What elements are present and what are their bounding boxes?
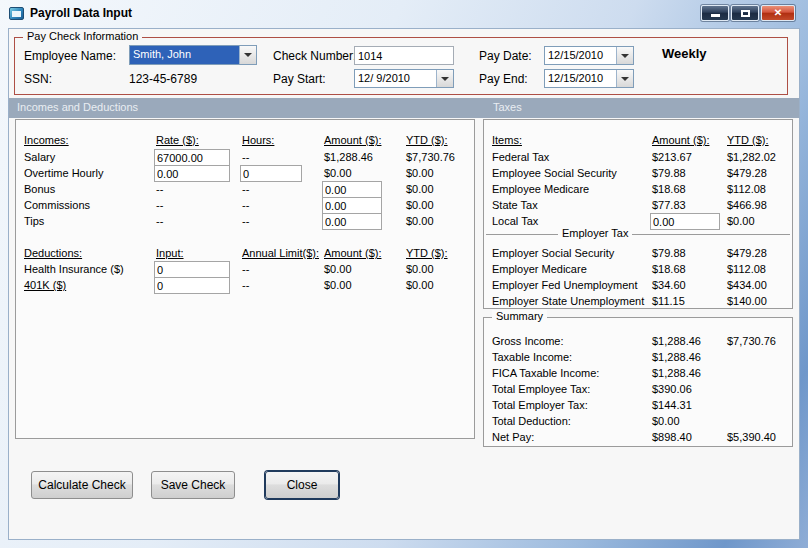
window-minimize-button[interactable] (701, 5, 729, 21)
check-number-label: Check Number: (273, 49, 356, 63)
ytd-value: $0.00 (406, 167, 434, 179)
chevron-down-icon[interactable] (616, 47, 633, 64)
summary-groupbox: Summary Gross Income: $1,288.46 $7,730.7… (483, 317, 793, 447)
tips-amount-input[interactable] (322, 213, 382, 230)
summary-row-total-deduction: Total Deduction: $0.00 (484, 415, 792, 431)
amount-value: $1,288.46 (652, 351, 701, 363)
tax-label: Employer Social Security (492, 247, 614, 259)
salary-rate-input[interactable] (154, 149, 230, 166)
tax-label: Employer Fed Unemployment (492, 279, 638, 291)
summary-row-total-employee-tax: Total Employee Tax: $390.06 (484, 383, 792, 399)
window-controls: ✕ (701, 5, 795, 21)
taxes-panel: Items: Amount ($): YTD ($): Federal Tax … (483, 119, 793, 309)
overtime-rate-input[interactable] (154, 165, 230, 182)
summary-row-fica-taxable: FICA Taxable Income: $1,288.46 (484, 367, 792, 383)
check-number-input[interactable] (354, 46, 454, 65)
income-label: Commissions (24, 199, 90, 211)
window-title: Payroll Data Input (30, 6, 132, 20)
section-title-taxes: Taxes (493, 101, 522, 113)
close-button[interactable]: Close (265, 471, 339, 499)
save-check-button[interactable]: Save Check (151, 471, 235, 499)
overtime-hours-input[interactable] (240, 165, 302, 182)
retirement-401k-input[interactable] (154, 277, 230, 294)
tax-row-employee-ss: Employee Social Security $79.88 $479.28 (484, 167, 792, 183)
ytd-value: $434.00 (727, 279, 767, 291)
amount-value: $144.31 (652, 399, 692, 411)
employee-name-combobox[interactable]: Smith, John (129, 45, 257, 65)
ytd-value: $140.00 (727, 295, 767, 307)
summary-row-net-pay: Net Pay: $898.40 $5,390.40 (484, 431, 792, 447)
pay-end-datepicker[interactable]: 12/15/2010 (544, 69, 634, 88)
amount-value: $79.88 (652, 247, 686, 259)
retirement-401k-link[interactable]: 401K ($) (24, 279, 66, 291)
pay-date-datepicker[interactable]: 12/15/2010 (544, 46, 634, 65)
tax-row-employer-ss: Employer Social Security $79.88 $479.28 (484, 247, 792, 263)
income-label: Salary (24, 151, 55, 163)
col-header: Items: (492, 134, 522, 146)
pay-date-label: Pay Date: (479, 49, 532, 63)
amount-value: $18.68 (652, 263, 686, 275)
col-header: Rate ($): (156, 134, 199, 146)
minimize-icon (711, 14, 720, 17)
amount-value: $1,288.46 (324, 151, 373, 163)
pay-end-value: 12/15/2010 (545, 70, 616, 87)
summary-label: Gross Income: (492, 335, 564, 347)
titlebar[interactable]: Payroll Data Input ✕ (0, 0, 808, 28)
tax-label: Federal Tax (492, 151, 549, 163)
deduction-row-401k: 401K ($) -- $0.00 $0.00 (16, 279, 474, 295)
local-tax-input[interactable] (650, 213, 720, 230)
col-header: Input: (156, 247, 184, 259)
pay-start-datepicker[interactable]: 12/ 9/2010 (354, 69, 454, 88)
commissions-amount-input[interactable] (322, 197, 382, 214)
payroll-window: Payroll Data Input ✕ Pay Check Informati… (0, 0, 808, 548)
ytd-value: $0.00 (406, 183, 434, 195)
amount-value: $34.60 (652, 279, 686, 291)
bonus-amount-input[interactable] (322, 181, 382, 198)
maximize-icon (741, 10, 750, 17)
amount-value: $18.68 (652, 183, 686, 195)
chevron-down-icon[interactable] (239, 46, 256, 64)
tax-row-employer-fed-unemployment: Employer Fed Unemployment $34.60 $434.00 (484, 279, 792, 295)
col-header: YTD ($): (727, 134, 769, 146)
chevron-down-icon[interactable] (616, 70, 633, 87)
summary-row-gross: Gross Income: $1,288.46 $7,730.76 (484, 335, 792, 351)
summary-label: Total Employee Tax: (492, 383, 590, 395)
calculate-check-button[interactable]: Calculate Check (31, 471, 133, 499)
tax-label: Employer State Unemployment (492, 295, 644, 307)
ytd-value: $0.00 (406, 199, 434, 211)
health-insurance-input[interactable] (154, 261, 230, 278)
summary-row-total-employer-tax: Total Employer Tax: $144.31 (484, 399, 792, 415)
taxes-header-row: Items: Amount ($): YTD ($): (484, 134, 792, 150)
rate-value: -- (156, 199, 163, 211)
income-label: Tips (24, 215, 44, 227)
annual-limit-value: -- (242, 263, 249, 275)
tax-label: Employee Social Security (492, 167, 617, 179)
window-close-button[interactable]: ✕ (761, 5, 795, 21)
employer-tax-divider (486, 234, 790, 235)
hours-value: -- (242, 151, 249, 163)
pay-end-label: Pay End: (479, 72, 528, 86)
ytd-value: $7,730.76 (727, 335, 776, 347)
chevron-down-icon[interactable] (436, 70, 453, 87)
tax-row-employer-state-unemployment: Employer State Unemployment $11.15 $140.… (484, 295, 792, 311)
ytd-value: $479.28 (727, 247, 767, 259)
close-icon: ✕ (762, 7, 794, 18)
section-band: Incomes and Deductions Taxes (9, 98, 799, 118)
amount-value: $1,288.46 (652, 367, 701, 379)
amount-value: $77.83 (652, 199, 686, 211)
ytd-value: $479.28 (727, 167, 767, 179)
hours-value: -- (242, 183, 249, 195)
amount-value: $213.67 (652, 151, 692, 163)
summary-label: Total Deduction: (492, 415, 571, 427)
window-maximize-button[interactable] (731, 5, 759, 21)
tax-row-employer-medicare: Employer Medicare $18.68 $112.08 (484, 263, 792, 279)
ytd-value: $0.00 (406, 263, 434, 275)
tax-label: Local Tax (492, 215, 538, 227)
tax-label: State Tax (492, 199, 538, 211)
col-header: Incomes: (24, 134, 69, 146)
income-row-commissions: Commissions -- -- $0.00 (16, 199, 474, 215)
amount-value: $11.15 (652, 295, 685, 307)
ytd-value: $112.08 (727, 263, 766, 275)
ytd-value: $7,730.76 (406, 151, 455, 163)
tax-row-state: State Tax $77.83 $466.98 (484, 199, 792, 215)
